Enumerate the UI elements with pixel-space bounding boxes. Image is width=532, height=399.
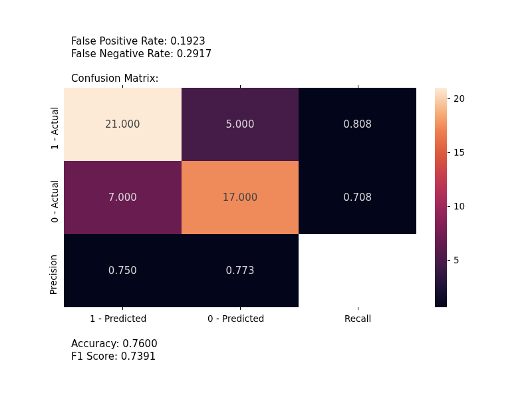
cell-r1c2-text: 0.708 [343, 192, 372, 203]
cbar-label-10: 10 [454, 201, 465, 211]
header-fnr: False Negative Rate: 0.2917 [71, 48, 211, 60]
cbar-tick-5 [448, 260, 450, 261]
cell-r0c0-text: 21.000 [105, 118, 140, 130]
cell-r0c2-text: 0.808 [343, 118, 372, 130]
cell-r1c1: 17.000 [182, 161, 299, 234]
cell-r2c0: 0.750 [64, 234, 182, 307]
footer-accuracy: Accuracy: 0.7600 [71, 338, 158, 350]
ylabel-2: Precision [48, 255, 59, 295]
cell-r2c1-text: 0.773 [226, 265, 255, 277]
cell-r0c1: 5.000 [182, 88, 299, 161]
cell-r2c0-text: 0.750 [108, 265, 137, 277]
top-tick-2 [358, 85, 358, 88]
bot-tick-0 [122, 307, 123, 310]
chart-title: Confusion Matrix: [71, 72, 159, 84]
chart-canvas: False Positive Rate: 0.1923 False Negati… [0, 0, 532, 399]
cell-r0c0: 21.000 [64, 88, 182, 161]
heatmap-grid: 21.000 5.000 0.808 7.000 17.000 0.708 0.… [64, 88, 416, 307]
cell-r0c2: 0.808 [299, 88, 416, 161]
colorbar [435, 88, 447, 307]
xlabel-1: 0 - Predicted [207, 313, 264, 324]
bot-tick-1 [240, 307, 241, 310]
cbar-tick-10 [448, 206, 450, 207]
header-fpr: False Positive Rate: 0.1923 [71, 35, 205, 47]
ylabel-1: 0 - Actual [49, 180, 60, 223]
ylabel-0: 1 - Actual [49, 107, 60, 150]
xlabel-2: Recall [344, 313, 371, 324]
cell-r2c2 [299, 234, 416, 307]
cell-r1c1-text: 17.000 [223, 192, 258, 203]
top-tick-0 [122, 85, 123, 88]
cell-r1c2: 0.708 [299, 161, 416, 234]
cell-r2c1: 0.773 [182, 234, 299, 307]
cbar-label-15: 15 [454, 147, 465, 158]
cell-r1c0-text: 7.000 [108, 192, 137, 203]
cbar-outline [434, 88, 435, 307]
cbar-label-20: 20 [454, 93, 465, 104]
cbar-tick-20 [448, 98, 450, 99]
bot-tick-2 [358, 307, 358, 310]
footer-f1: F1 Score: 0.7391 [71, 350, 156, 362]
cbar-tick-15 [448, 152, 450, 153]
cell-r0c1-text: 5.000 [226, 118, 255, 130]
top-tick-1 [240, 85, 241, 88]
cell-r1c0: 7.000 [64, 161, 182, 234]
cbar-label-5: 5 [454, 255, 460, 265]
xlabel-0: 1 - Predicted [90, 313, 146, 324]
